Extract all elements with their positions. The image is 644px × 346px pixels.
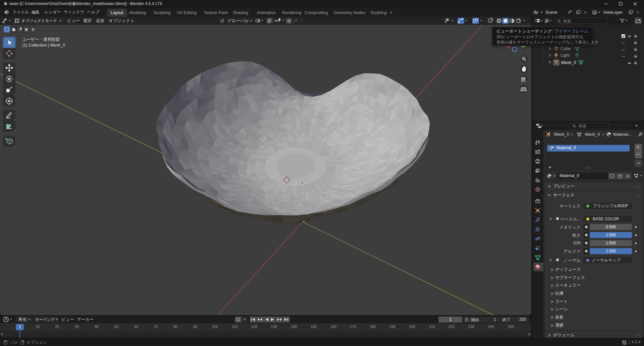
svg-text:Scene: Scene: [545, 10, 557, 15]
svg-text:Mesh_0: Mesh_0: [554, 132, 569, 137]
svg-text:Light: Light: [560, 53, 570, 58]
svg-text:Mesh_0: Mesh_0: [561, 60, 576, 65]
svg-text:Cube: Cube: [560, 46, 571, 51]
svg-text:Material...: Material...: [613, 132, 632, 137]
svg-text:Mesh_0: Mesh_0: [585, 132, 600, 137]
svg-text:ViewLayer: ViewLayer: [603, 10, 623, 15]
